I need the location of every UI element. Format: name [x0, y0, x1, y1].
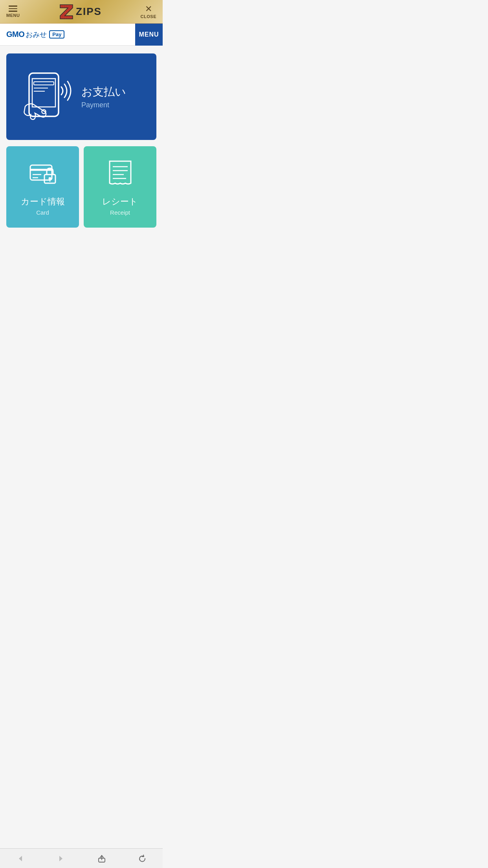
- payment-button[interactable]: お支払い Payment: [6, 53, 156, 140]
- svg-rect-7: [34, 82, 54, 85]
- app-name-text: ZIPS: [76, 6, 102, 18]
- omise-text: おみせ: [26, 30, 47, 39]
- gmo-text: GMO: [6, 30, 24, 39]
- bottom-grid: カード情報 Card レシート Receipt: [6, 146, 156, 228]
- gmo-menu-label: MENU: [139, 31, 159, 38]
- receipt-japanese-label: レシート: [102, 196, 138, 208]
- app-logo: ZIPS: [59, 3, 102, 20]
- receipt-icon: [106, 158, 134, 189]
- svg-rect-6: [32, 79, 55, 107]
- payment-text-area: お支払い Payment: [81, 85, 147, 109]
- hamburger-icon: [9, 6, 17, 12]
- card-info-button[interactable]: カード情報 Card: [6, 146, 79, 228]
- close-x-icon: ✕: [145, 5, 152, 13]
- gmo-logo: GMO おみせ Pay: [0, 30, 64, 39]
- receipt-button[interactable]: レシート Receipt: [84, 146, 156, 228]
- menu-button-left[interactable]: MENU: [6, 6, 20, 18]
- menu-label: MENU: [6, 13, 20, 18]
- payment-icon: [17, 65, 80, 128]
- receipt-labels: レシート Receipt: [102, 196, 138, 216]
- close-button[interactable]: ✕ CLOSE: [141, 5, 156, 19]
- receipt-english-label: Receipt: [110, 209, 130, 216]
- z-logo-icon: [59, 3, 74, 20]
- card-info-japanese-label: カード情報: [21, 196, 65, 208]
- close-label: CLOSE: [141, 14, 156, 19]
- top-nav-bar: MENU ZIPS ✕ CLOSE: [0, 0, 163, 24]
- main-content: お支払い Payment カード情報 Card: [0, 46, 163, 235]
- payment-icon-area: [16, 65, 81, 128]
- card-lock-icon: [27, 158, 59, 189]
- svg-marker-4: [60, 5, 73, 19]
- gmo-header-bar: GMO おみせ Pay MENU: [0, 24, 163, 46]
- payment-english-label: Payment: [81, 101, 109, 109]
- card-info-english-label: Card: [36, 209, 49, 216]
- svg-point-16: [48, 177, 51, 180]
- payment-japanese-label: お支払い: [81, 85, 126, 99]
- card-info-labels: カード情報 Card: [21, 196, 65, 216]
- pay-badge: Pay: [49, 30, 64, 39]
- gmo-menu-button[interactable]: MENU: [135, 24, 163, 46]
